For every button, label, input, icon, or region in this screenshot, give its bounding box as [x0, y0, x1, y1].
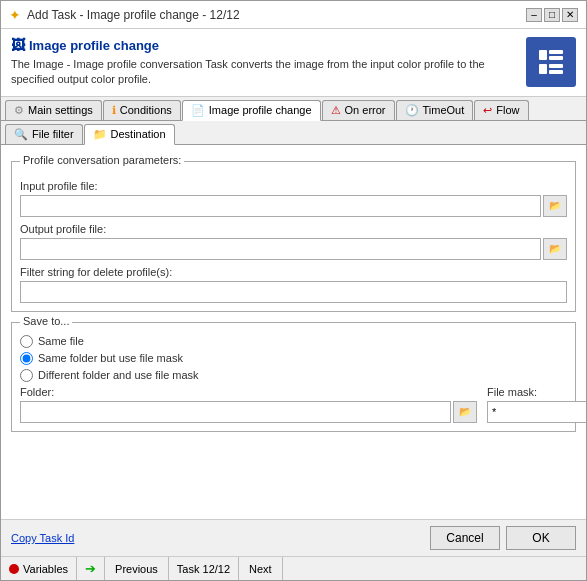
header-task-icon	[535, 46, 567, 78]
folder-browse-button[interactable]: 📂	[453, 401, 477, 423]
tab-destination-label: Destination	[111, 128, 166, 140]
tabs-row1: ⚙ Main settings ℹ Conditions 📄 Image pro…	[1, 97, 586, 121]
task-position-text: Task 12/12	[177, 563, 230, 575]
gear-icon: ⚙	[14, 104, 24, 117]
warning-icon: ⚠	[331, 104, 341, 117]
input-profile-label: Input profile file:	[20, 180, 567, 192]
clock-icon: 🕐	[405, 104, 419, 117]
variables-item: Variables	[1, 557, 77, 580]
header-content: 🖼 Image profile change The Image - Image…	[11, 37, 516, 88]
info-icon: ℹ	[112, 104, 116, 117]
svg-rect-0	[539, 50, 547, 60]
tab-timeout-label: TimeOut	[423, 104, 465, 116]
input-profile-row: 📂	[20, 195, 567, 217]
svg-rect-2	[549, 50, 563, 54]
radio-same-folder-row: Same folder but use file mask	[20, 352, 567, 365]
input-profile-browse-button[interactable]: 📂	[543, 195, 567, 217]
tab-image-profile-change[interactable]: 📄 Image profile change	[182, 100, 321, 121]
filter-field[interactable]	[20, 281, 567, 303]
tabs-row2: 🔍 File filter 📁 Destination	[1, 121, 586, 145]
svg-rect-3	[549, 56, 563, 60]
cancel-button[interactable]: Cancel	[430, 526, 500, 550]
output-profile-label: Output profile file:	[20, 223, 567, 235]
tab-conditions[interactable]: ℹ Conditions	[103, 100, 181, 120]
arrow-item: ➔	[77, 557, 105, 580]
profile-section-legend: Profile conversation parameters:	[20, 154, 184, 166]
filter-icon: 🔍	[14, 128, 28, 141]
title-bar-buttons: – □ ✕	[526, 8, 578, 22]
ok-button[interactable]: OK	[506, 526, 576, 550]
main-content: Profile conversation parameters: Input p…	[1, 145, 586, 519]
header-title-icon: 🖼	[11, 37, 25, 53]
radio-same-file-label: Same file	[38, 335, 84, 347]
task-position-item: Task 12/12	[169, 557, 239, 580]
tab-main-settings[interactable]: ⚙ Main settings	[5, 100, 102, 120]
tab-main-settings-label: Main settings	[28, 104, 93, 116]
arrow-icon: ➔	[85, 561, 96, 576]
svg-rect-5	[549, 70, 563, 74]
folder-input-row: 📂	[20, 401, 477, 423]
header-title: 🖼 Image profile change	[11, 37, 516, 53]
input-profile-field[interactable]	[20, 195, 541, 217]
minimize-button[interactable]: –	[526, 8, 542, 22]
app-icon: ✦	[9, 7, 21, 23]
save-section: Save to... Same file Same folder but use…	[11, 322, 576, 432]
output-profile-field[interactable]	[20, 238, 541, 260]
browse-icon: 📂	[549, 200, 561, 211]
page-icon: 📄	[191, 104, 205, 117]
radio-same-file-row: Same file	[20, 335, 567, 348]
tab-conditions-label: Conditions	[120, 104, 172, 116]
folder-row: Folder: 📂 File mask:	[20, 386, 567, 423]
previous-label: Previous	[115, 563, 158, 575]
title-bar-left: ✦ Add Task - Image profile change - 12/1…	[9, 7, 240, 23]
destination-icon: 📁	[93, 128, 107, 141]
header-description: The Image - Image profile conversation T…	[11, 57, 516, 88]
header-area: 🖼 Image profile change The Image - Image…	[1, 29, 586, 97]
file-mask-field[interactable]	[487, 401, 586, 423]
output-profile-browse-button[interactable]: 📂	[543, 238, 567, 260]
file-mask-row	[487, 401, 567, 423]
tab-file-filter[interactable]: 🔍 File filter	[5, 124, 83, 144]
variables-label: Variables	[23, 563, 68, 575]
next-button[interactable]: Next	[239, 557, 283, 580]
svg-rect-4	[549, 64, 563, 68]
footer-buttons: Cancel OK	[430, 526, 576, 550]
tab-on-error-label: On error	[345, 104, 386, 116]
main-window: ✦ Add Task - Image profile change - 12/1…	[0, 0, 587, 581]
tab-flow[interactable]: ↩ Flow	[474, 100, 528, 120]
folder-field[interactable]	[20, 401, 451, 423]
copy-task-id-link[interactable]: Copy Task Id	[11, 532, 74, 544]
radio-different-folder-row: Different folder and use file mask	[20, 369, 567, 382]
next-label: Next	[249, 563, 272, 575]
status-bar: Variables ➔ Previous Task 12/12 Next	[1, 556, 586, 580]
tab-file-filter-label: File filter	[32, 128, 74, 140]
tab-on-error[interactable]: ⚠ On error	[322, 100, 395, 120]
radio-different-folder[interactable]	[20, 369, 33, 382]
folder-left: Folder: 📂	[20, 386, 477, 423]
previous-button[interactable]: Previous	[105, 557, 169, 580]
header-icon-box	[526, 37, 576, 87]
tab-image-profile-change-label: Image profile change	[209, 104, 312, 116]
close-button[interactable]: ✕	[562, 8, 578, 22]
radio-same-folder-label: Same folder but use file mask	[38, 352, 183, 364]
header-title-text: Image profile change	[29, 38, 159, 53]
svg-rect-1	[539, 64, 547, 74]
output-profile-row: 📂	[20, 238, 567, 260]
save-legend: Save to...	[20, 315, 72, 327]
tab-destination[interactable]: 📁 Destination	[84, 124, 175, 145]
profile-section: Profile conversation parameters: Input p…	[11, 161, 576, 312]
variables-status-dot	[9, 564, 19, 574]
radio-different-folder-label: Different folder and use file mask	[38, 369, 199, 381]
footer: Copy Task Id Cancel OK	[1, 519, 586, 556]
maximize-button[interactable]: □	[544, 8, 560, 22]
filter-label: Filter string for delete profile(s):	[20, 266, 567, 278]
folder-label: Folder:	[20, 386, 477, 398]
window-title: Add Task - Image profile change - 12/12	[27, 8, 240, 22]
folder-browse-icon: 📂	[459, 406, 471, 417]
radio-same-folder[interactable]	[20, 352, 33, 365]
file-mask-label: File mask:	[487, 386, 567, 398]
tab-timeout[interactable]: 🕐 TimeOut	[396, 100, 474, 120]
tab-flow-label: Flow	[496, 104, 519, 116]
title-bar: ✦ Add Task - Image profile change - 12/1…	[1, 1, 586, 29]
radio-same-file[interactable]	[20, 335, 33, 348]
